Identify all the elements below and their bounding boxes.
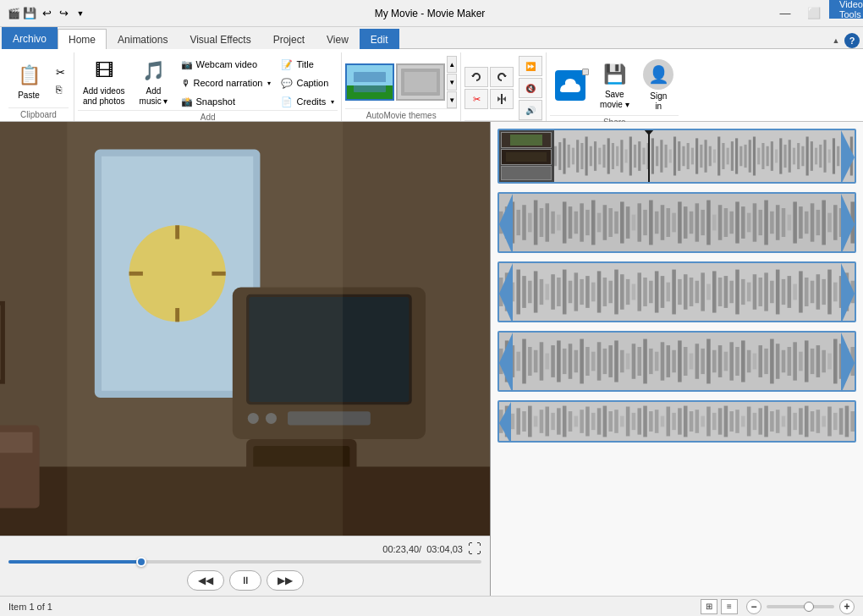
trim-button[interactable]: ✂ bbox=[464, 89, 488, 109]
svg-rect-217 bbox=[764, 272, 768, 311]
split-icon bbox=[495, 92, 508, 106]
timeline-clip-3[interactable] bbox=[497, 261, 856, 322]
record-narration-button[interactable]: 🎙 Record narration ▾ bbox=[178, 74, 275, 91]
rotate-left-button[interactable] bbox=[464, 67, 488, 87]
timeline-clip-4[interactable] bbox=[497, 331, 856, 392]
fullscreen-icon[interactable]: ⛶ bbox=[468, 542, 481, 557]
svg-rect-324 bbox=[655, 410, 659, 433]
redo-icon[interactable]: ↪ bbox=[56, 6, 71, 21]
add-music-button[interactable]: 🎵 Addmusic ▾ bbox=[134, 54, 174, 110]
svg-rect-320 bbox=[632, 413, 636, 430]
dropdown-icon[interactable]: ▼ bbox=[73, 6, 88, 21]
credits-dropdown[interactable]: ▾ bbox=[331, 98, 334, 106]
svg-rect-177 bbox=[534, 271, 538, 312]
theme-scroll-controls: ▲ ▼ ▼ bbox=[447, 56, 457, 108]
clip-2-waveform bbox=[499, 194, 855, 251]
pause-button[interactable]: ⏸ bbox=[229, 570, 261, 591]
webcam-video-button[interactable]: 📷 Webcam video bbox=[178, 56, 275, 73]
svg-rect-353 bbox=[822, 416, 826, 427]
svg-rect-354 bbox=[827, 407, 832, 437]
add-videos-icon: 🎞 bbox=[91, 58, 118, 85]
tab-project[interactable]: Project bbox=[262, 29, 316, 49]
play-button[interactable]: ▶▶ bbox=[267, 570, 304, 591]
svg-rect-87 bbox=[767, 146, 769, 166]
tab-archivo[interactable]: Archivo bbox=[2, 27, 58, 49]
save-movie-button[interactable]: 💾 Savemovie ▾ bbox=[594, 58, 635, 113]
onedrive-button[interactable] bbox=[550, 67, 591, 104]
ribbon-collapse-icon[interactable]: ▲ bbox=[829, 34, 843, 47]
theme-scroll-expand[interactable]: ▼ bbox=[447, 74, 457, 91]
svg-rect-229 bbox=[833, 283, 838, 302]
svg-rect-96 bbox=[806, 137, 809, 176]
split-button[interactable] bbox=[490, 89, 514, 109]
add-videos-button[interactable]: 🎞 Add videosand photos bbox=[78, 54, 130, 110]
zoom-out-button[interactable]: − bbox=[746, 599, 761, 614]
svg-rect-90 bbox=[779, 138, 782, 173]
main-content: 00:23,40/03:04,03 ⛶ ◀◀ ⏸ ▶▶ bbox=[0, 122, 863, 596]
copy-button[interactable]: ⎘ bbox=[52, 81, 69, 98]
volume-button[interactable]: 🔊 bbox=[519, 100, 542, 120]
add-music-icon: 🎵 bbox=[140, 58, 168, 85]
svg-rect-81 bbox=[739, 146, 742, 166]
theme-scroll-down[interactable]: ▼ bbox=[447, 91, 457, 108]
paste-button[interactable]: 📋 Paste bbox=[8, 58, 49, 104]
tab-animations[interactable]: Animations bbox=[107, 29, 179, 49]
progress-bar-container[interactable] bbox=[8, 560, 481, 564]
record-narration-dropdown[interactable]: ▾ bbox=[267, 80, 271, 87]
timeline-clip-5[interactable] bbox=[497, 400, 856, 443]
snapshot-button[interactable]: 📸 Snapshot bbox=[178, 93, 275, 110]
progress-bar[interactable] bbox=[8, 560, 481, 564]
svg-rect-337 bbox=[729, 411, 734, 432]
minimize-button[interactable]: — bbox=[772, 2, 799, 25]
paste-icon: 📋 bbox=[15, 62, 42, 89]
svg-rect-176 bbox=[528, 281, 532, 303]
mute-button[interactable]: 🔇 bbox=[519, 78, 542, 98]
svg-rect-159 bbox=[793, 201, 797, 243]
tab-edit[interactable]: Edit bbox=[360, 29, 399, 49]
preview-panel: 00:23,40/03:04,03 ⛶ ◀◀ ⏸ ▶▶ bbox=[0, 122, 491, 596]
help-icon[interactable]: ? bbox=[844, 33, 860, 48]
svg-rect-30 bbox=[0, 432, 32, 453]
title-button[interactable]: 📝 Title bbox=[278, 56, 338, 73]
theme-1[interactable] bbox=[345, 63, 394, 101]
zoom-track[interactable] bbox=[767, 605, 834, 608]
rewind-button[interactable]: ◀◀ bbox=[187, 570, 224, 591]
timeline-scroll-area[interactable] bbox=[491, 122, 863, 596]
storyboard-view-button[interactable]: ⊞ bbox=[701, 599, 717, 614]
svg-rect-323 bbox=[649, 411, 653, 432]
zoom-thumb[interactable] bbox=[804, 602, 814, 612]
speed-button[interactable]: ⏩ bbox=[519, 56, 542, 76]
svg-rect-310 bbox=[574, 416, 579, 427]
sign-in-button[interactable]: 👤 Signin bbox=[638, 56, 679, 115]
svg-rect-300 bbox=[516, 408, 520, 434]
svg-rect-97 bbox=[811, 141, 813, 171]
ribbon-group-automovie: ▲ ▼ ▼ AutoMovie themes bbox=[342, 52, 461, 121]
tab-home[interactable]: Home bbox=[58, 29, 107, 49]
tab-visual-effects[interactable]: Visual Effects bbox=[179, 29, 261, 49]
svg-rect-218 bbox=[770, 281, 774, 303]
svg-rect-247 bbox=[574, 350, 579, 372]
credits-button[interactable]: 📄 Credits ▾ bbox=[278, 93, 338, 110]
svg-rect-202 bbox=[678, 279, 682, 305]
timeline-clip-2[interactable] bbox=[497, 192, 856, 253]
view-buttons: ⊞ ≡ bbox=[701, 599, 738, 614]
timeline-clip-1[interactable] bbox=[497, 129, 856, 184]
svg-rect-112 bbox=[522, 205, 526, 240]
save-quick-icon[interactable]: 💾 bbox=[22, 6, 37, 21]
rotate-right-button[interactable] bbox=[490, 67, 514, 87]
timeline-view-button[interactable]: ≡ bbox=[721, 599, 738, 614]
undo-icon[interactable]: ↩ bbox=[39, 6, 54, 21]
cut-button[interactable]: ✂ bbox=[52, 63, 69, 80]
progress-thumb[interactable] bbox=[136, 557, 146, 567]
caption-button[interactable]: 💬 Caption bbox=[278, 74, 338, 91]
svg-rect-304 bbox=[540, 410, 544, 433]
maximize-button[interactable]: ⬜ bbox=[800, 2, 827, 25]
svg-rect-204 bbox=[690, 278, 694, 306]
theme-scroll-up[interactable]: ▲ bbox=[447, 56, 457, 73]
svg-rect-127 bbox=[608, 208, 613, 237]
tab-view[interactable]: View bbox=[316, 29, 360, 49]
theme-2[interactable] bbox=[396, 63, 445, 101]
svg-rect-331 bbox=[695, 410, 700, 433]
zoom-in-button[interactable]: + bbox=[839, 599, 855, 614]
svg-rect-255 bbox=[620, 350, 624, 372]
